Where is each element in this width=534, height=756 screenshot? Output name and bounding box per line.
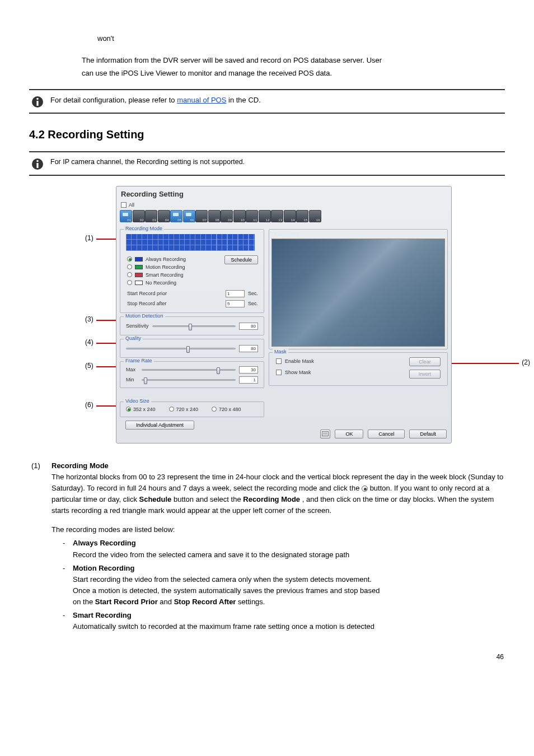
all-checkbox[interactable]	[121, 202, 127, 208]
clear-mask-button[interactable]: Clear	[409, 357, 441, 366]
show-mask-label: Show Mask	[285, 370, 311, 375]
min-label: Min	[126, 377, 138, 382]
camera-01[interactable]: 01	[120, 210, 132, 222]
video-size-720x240-radio[interactable]	[169, 407, 174, 412]
info1-mid: please refer to	[129, 96, 177, 104]
sensitivity-value[interactable]: 80	[239, 323, 258, 330]
mode-motion-desc3: on the Start Record Prior and Stop Recor…	[73, 596, 505, 608]
camera-15[interactable]: 15	[296, 210, 308, 222]
camera-08[interactable]: 08	[208, 210, 221, 222]
always-swatch	[135, 257, 143, 262]
video-size-720x480-radio[interactable]	[212, 407, 217, 412]
camera-13[interactable]: 13	[271, 210, 283, 222]
pos-manual-link[interactable]: manual of POS	[177, 96, 226, 104]
always-label: Always Recording	[146, 256, 186, 262]
motion-rec-label: Motion Recording	[146, 264, 185, 270]
sec-label-2: Sec.	[248, 301, 258, 306]
smart-swatch	[135, 273, 143, 277]
camera-14[interactable]: 14	[284, 210, 296, 222]
camera-16[interactable]: 16	[309, 210, 321, 222]
camera-05[interactable]: 05	[170, 210, 182, 222]
smart-label: Smart Recording	[146, 272, 184, 278]
video-size-group: Video Size 352 x 240 720 x 240 720 x 480	[120, 402, 264, 417]
no-recording-radio[interactable]	[127, 280, 132, 285]
show-mask-checkbox[interactable]	[276, 370, 282, 375]
callout-3: (3)	[85, 315, 93, 323]
mask-group-label: Mask	[273, 349, 288, 354]
camera-03[interactable]: 03	[145, 210, 157, 222]
schedule-button[interactable]: Schedule	[224, 255, 258, 264]
cancel-button[interactable]: Cancel	[368, 430, 405, 438]
page-number: 46	[496, 653, 504, 661]
svg-point-1	[36, 97, 39, 100]
camera-09[interactable]: 09	[221, 210, 233, 222]
wont-line: won't	[29, 34, 505, 44]
sensitivity-slider[interactable]	[152, 325, 236, 327]
callout-5: (5)	[85, 362, 93, 370]
screenshot-recording-setting: (1) (3) (4) (5) (6) (2) Recording Settin…	[96, 186, 466, 444]
item1-num: (1)	[29, 460, 51, 472]
camera-10[interactable]: 10	[233, 210, 246, 222]
quality-value[interactable]: 80	[239, 345, 258, 352]
info-icon	[31, 158, 44, 170]
motion-detection-group: Motion Detection Sensitivity 80	[120, 316, 264, 335]
info-box-pos: For detail configuration, please refer t…	[29, 89, 505, 114]
info-icon	[31, 96, 44, 108]
min-framerate-slider[interactable]	[142, 379, 236, 381]
start-prior-label: Start Record prior	[127, 291, 222, 296]
schedule-timeline[interactable]	[126, 234, 255, 251]
intro-line-1: The information from the DVR server will…	[29, 55, 505, 66]
frame-rate-label: Frame Rate	[124, 358, 154, 363]
camera-11[interactable]: 11	[246, 210, 258, 222]
default-button[interactable]: Default	[409, 430, 447, 438]
individual-adjustment-button[interactable]: Individual Adjustment	[125, 421, 194, 430]
camera-selector-row: 01 02 03 04 05 06 07 08 09 10 11 12 13 1…	[120, 210, 321, 222]
svg-point-4	[36, 160, 39, 162]
camera-02[interactable]: 02	[133, 210, 145, 222]
stop-after-input[interactable]: 5	[226, 300, 245, 307]
video-size-352-radio[interactable]	[126, 407, 131, 412]
svg-rect-9	[322, 432, 329, 436]
motion-swatch	[135, 265, 143, 269]
smart-recording-radio[interactable]	[127, 272, 132, 277]
recording-mode-label: Recording Mode	[124, 226, 164, 231]
motion-recording-radio[interactable]	[127, 264, 132, 269]
always-recording-radio[interactable]	[127, 256, 132, 262]
max-framerate-value[interactable]: 30	[239, 366, 258, 374]
min-framerate-value[interactable]: 1	[239, 376, 258, 384]
section-heading-recording: 4.2 Recording Setting	[29, 128, 505, 141]
max-label: Max	[126, 367, 138, 372]
vsize-720b-label: 720 x 480	[219, 407, 241, 412]
start-prior-input[interactable]: 1	[226, 290, 245, 297]
max-framerate-slider[interactable]	[142, 369, 236, 371]
mode-smart-desc: Automatically switch to recorded at the …	[73, 621, 505, 632]
svg-rect-7	[173, 213, 179, 216]
camera-preview-group: Camera01	[269, 229, 448, 349]
info1-post: in the CD.	[228, 96, 261, 104]
sec-label-1: Sec.	[248, 291, 258, 296]
keyboard-icon[interactable]	[320, 430, 330, 438]
mode-motion-desc2: Once a motion is detected, the system au…	[73, 585, 505, 596]
all-label: All	[129, 202, 134, 208]
item1-title: Recording Mode	[51, 461, 109, 470]
post-list: (1) Recording Mode The horizontal blocks…	[29, 460, 505, 633]
mode-motion-desc1: Start recording the video from the selec…	[73, 574, 505, 585]
invert-mask-button[interactable]: Invert	[409, 370, 441, 379]
quality-slider[interactable]	[126, 348, 236, 349]
svg-rect-8	[186, 213, 191, 216]
camera-12[interactable]: 12	[259, 210, 271, 222]
mode-always-desc: Record the video from the selected camer…	[73, 549, 505, 561]
camera-preview-title: Camera01	[275, 231, 298, 237]
ok-button[interactable]: OK	[335, 430, 363, 438]
motion-detection-label: Motion Detection	[124, 313, 165, 319]
quality-label: Quality	[124, 335, 143, 341]
info-text-2: For IP camera channel, the Recording set…	[50, 157, 505, 167]
svg-rect-2	[36, 101, 38, 106]
info-box-ipcam: For IP camera channel, the Recording set…	[29, 151, 505, 176]
enable-mask-checkbox[interactable]	[276, 358, 282, 364]
camera-04[interactable]: 04	[158, 210, 170, 222]
camera-07[interactable]: 07	[195, 210, 208, 222]
callout-2: (2)	[522, 358, 530, 366]
camera-06[interactable]: 06	[183, 210, 195, 222]
enable-mask-label: Enable Mask	[285, 358, 314, 364]
